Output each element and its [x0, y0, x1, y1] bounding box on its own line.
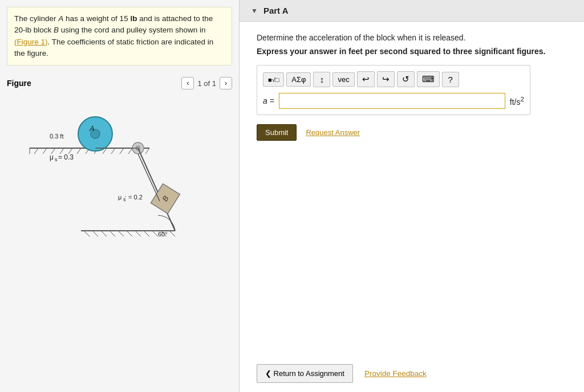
right-panel: ▼ Part A Determine the acceleration of t…: [240, 0, 584, 392]
var-b: B: [54, 26, 59, 34]
figure-link[interactable]: (Figure 1): [14, 38, 48, 46]
input-row: a = ft/s2: [263, 93, 524, 109]
return-to-assignment-button[interactable]: ❮ Return to Assignment: [257, 364, 353, 383]
svg-text:= 0.3: = 0.3: [58, 153, 74, 161]
figure-title: Figure: [7, 79, 31, 88]
vector-button[interactable]: vec: [332, 72, 354, 87]
svg-line-36: [152, 231, 158, 236]
left-panel: The cylinder A has a weight of 15 lb and…: [0, 0, 240, 392]
part-content: Determine the acceleration of the block …: [240, 22, 584, 355]
refresh-button[interactable]: ↺: [397, 71, 415, 87]
provide-feedback-button[interactable]: Provide Feedback: [364, 369, 427, 378]
svg-line-30: [101, 231, 107, 236]
answer-input[interactable]: [279, 93, 505, 109]
svg-text:= 0.2: = 0.2: [128, 194, 143, 201]
svg-line-34: [135, 231, 141, 236]
svg-line-32: [118, 231, 124, 236]
part-header: ▼ Part A: [240, 0, 584, 22]
svg-text:μ: μ: [50, 153, 54, 161]
unit-label: ft/s2: [510, 95, 524, 107]
question-line2: Express your answer in feet per second s…: [257, 47, 567, 56]
bottom-actions: ❮ Return to Assignment Provide Feedback: [240, 355, 584, 392]
keyboard-button[interactable]: ⌨: [417, 71, 440, 87]
svg-text:A: A: [89, 124, 95, 133]
svg-line-2: [34, 148, 38, 154]
math-template-button[interactable]: ■√□: [263, 72, 284, 87]
help-button[interactable]: ?: [442, 72, 459, 87]
svg-line-28: [84, 231, 90, 236]
toolbar: ■√□ ΑΣφ ↕ vec ↩ ↪ ↺ ⌨ ?: [263, 71, 524, 87]
svg-line-3: [43, 148, 47, 154]
figure-nav: ‹ 1 of 1 ›: [181, 77, 232, 89]
figure-count: 1 of 1: [197, 79, 216, 88]
svg-line-13: [128, 148, 132, 154]
submit-button[interactable]: Submit: [257, 124, 297, 141]
redo-button[interactable]: ↪: [377, 71, 395, 87]
next-figure-button[interactable]: ›: [220, 77, 232, 89]
figure-header: Figure ‹ 1 of 1 ›: [7, 77, 232, 89]
question-line1: Determine the acceleration of the block …: [257, 33, 567, 42]
problem-statement: The cylinder A has a weight of 15 lb and…: [7, 7, 232, 66]
figure-diagram: A 0.3 ft μ s = 0.3: [7, 94, 224, 248]
arrows-button[interactable]: ↕: [313, 72, 330, 87]
request-answer-button[interactable]: Request Answer: [306, 128, 360, 137]
answer-box: ■√□ ΑΣφ ↕ vec ↩ ↪ ↺ ⌨ ? a = ft/s2: [257, 65, 530, 115]
part-title: Part A: [263, 6, 289, 15]
action-row: Submit Request Answer: [257, 124, 567, 141]
svg-text:0.3 ft: 0.3 ft: [50, 133, 63, 140]
svg-line-38: [169, 231, 175, 236]
svg-text:μ: μ: [118, 194, 121, 201]
greek-symbols-button[interactable]: ΑΣφ: [286, 72, 311, 87]
svg-line-35: [144, 231, 149, 236]
var-a: A: [58, 14, 63, 23]
collapse-icon[interactable]: ▼: [251, 7, 258, 15]
svg-text:60°: 60°: [158, 231, 168, 238]
svg-text:s: s: [55, 157, 58, 162]
figure-canvas: A 0.3 ft μ s = 0.3: [7, 94, 229, 254]
svg-line-29: [92, 231, 98, 236]
weight-value: lb: [130, 14, 137, 23]
figure-section: Figure ‹ 1 of 1 ›: [0, 72, 239, 392]
undo-button[interactable]: ↩: [357, 71, 375, 87]
svg-line-11: [111, 148, 115, 154]
svg-line-15: [145, 148, 149, 154]
svg-line-33: [127, 231, 132, 236]
svg-line-31: [110, 231, 115, 236]
svg-line-7: [77, 148, 81, 154]
svg-line-12: [120, 148, 124, 154]
input-label: a =: [263, 96, 274, 105]
prev-figure-button[interactable]: ‹: [181, 77, 194, 89]
svg-text:': ': [125, 195, 126, 201]
